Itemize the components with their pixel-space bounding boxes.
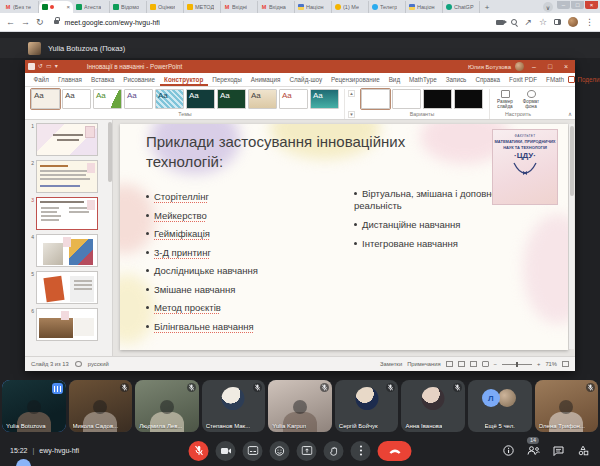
zoom-out-icon[interactable]: − [494,361,497,367]
ribbon-tab-record[interactable]: Запись [441,73,471,86]
ribbon-tab-help[interactable]: Справка [471,73,505,86]
ribbon-tab-transitions[interactable]: Переходы [208,73,247,86]
maximize-window-button[interactable]: □ [571,1,584,9]
tab-search-button[interactable]: ∨ [543,2,553,12]
qat-dropdown-icon[interactable]: ▾ [55,60,58,73]
slide-sorter-view-icon[interactable] [458,361,465,367]
camera-button[interactable] [216,441,236,461]
browser-menu-icon[interactable]: ⋮ [585,17,594,27]
browser-tab[interactable]: МЕТОД [184,1,221,13]
undo-button[interactable]: ↺ [38,60,43,73]
refresh-button[interactable]: ↻ [36,17,44,27]
browser-tab[interactable]: ChatGP [443,1,480,13]
theme-thumbnail[interactable]: Aa [310,89,339,109]
browser-tab[interactable]: Відомо [110,1,147,13]
address-bar[interactable]: meet.google.com/ewy-hvgu-hfi [65,19,491,26]
slide-thumbnail-panel[interactable]: 1 2 [25,120,113,356]
comments-toggle[interactable]: Примечания [407,361,440,367]
zoom-slider[interactable] [502,364,532,365]
people-button[interactable]: 14 [526,444,540,458]
browser-tab[interactable]: Націон [295,1,332,13]
activities-button[interactable] [576,444,590,458]
ribbon-tab-home[interactable]: Главная [53,73,86,86]
captions-button[interactable] [243,441,263,461]
slide-thumb-3-selected[interactable]: 3 [27,197,110,230]
chat-button[interactable] [551,444,565,458]
ribbon-tab-mathtype[interactable]: MathType [405,73,442,86]
ribbon-tab-review[interactable]: Рецензирование [327,73,385,86]
zoom-icon[interactable] [511,19,517,25]
ribbon-tab-animations[interactable]: Анимация [246,73,285,86]
share-button[interactable]: Поделиться [568,76,600,83]
forward-button[interactable]: → [21,17,30,27]
more-participants-tile[interactable]: Л Ещё 5 чел. [468,380,532,432]
account-avatar[interactable] [515,62,524,71]
thumbnail-scrollbar[interactable] [108,122,112,182]
slide-thumb-1[interactable]: 1 [27,123,110,156]
close-window-button[interactable]: × [585,1,598,9]
ribbon-tab-fmath[interactable]: FMath [542,73,569,86]
ribbon-tab-view[interactable]: Вид [384,73,404,86]
theme-thumbnail[interactable]: Aa [186,89,215,109]
accessibility-icon[interactable] [75,361,82,367]
end-call-button[interactable] [378,441,412,461]
participant-tile[interactable]: Степанов Мак... [202,380,266,432]
variant-thumbnail[interactable] [392,89,421,109]
side-panel-icon[interactable] [554,19,561,25]
slide-thumb-5[interactable]: 5 [27,271,110,304]
browser-tab[interactable]: MВхідні [221,1,258,13]
profile-avatar[interactable] [568,17,578,27]
slideshow-view-icon[interactable] [482,361,489,367]
raise-hand-button[interactable] [324,441,344,461]
ribbon-tab-insert[interactable]: Вставка [86,73,118,86]
slide-thumb-6[interactable]: 6 [27,308,110,341]
participant-tile[interactable]: Микола Садов... [69,380,133,432]
notes-toggle[interactable]: Заметки [380,361,402,367]
reading-view-icon[interactable] [470,361,477,367]
browser-tab[interactable]: M(Без те [2,1,39,13]
browser-tab[interactable]: Оцінки [147,1,184,13]
slide-canvas[interactable]: Приклади застосування інноваційних техно… [120,124,568,350]
theme-thumbnail[interactable]: Aa [124,89,153,109]
ppt-close-button[interactable]: × [560,63,572,70]
ppt-minimize-button[interactable]: – [528,63,540,70]
slide-thumb-4[interactable]: 4 [27,234,110,267]
mic-button-muted[interactable] [189,441,209,461]
browser-tab[interactable]: Атеста [73,1,110,13]
bookmark-star-icon[interactable]: ☆ [539,17,547,27]
browser-tab[interactable]: Телегр [369,1,406,13]
reactions-button[interactable] [270,441,290,461]
ribbon-tab-file[interactable]: Файл [29,73,53,86]
meeting-details-button[interactable] [501,444,515,458]
ribbon-tab-draw[interactable]: Рисование [119,73,160,86]
variant-thumbnail[interactable] [423,89,452,109]
participant-tile[interactable]: Yulia Karpun [268,380,332,432]
variant-thumbnail[interactable] [361,89,390,109]
theme-thumbnail[interactable]: Aa [279,89,308,109]
presenting-banner[interactable]: Yulia Botuzova (Показ) [0,38,600,58]
scroll-up-icon[interactable]: ▲ [348,90,355,97]
normal-view-icon[interactable] [446,361,453,367]
slideshow-button[interactable]: ▭ [46,60,52,73]
collapse-ribbon-icon[interactable]: ∧ [568,111,572,117]
scroll-down-icon[interactable]: ▼ [348,111,355,118]
participant-tile[interactable]: Yulia Botuzova [2,380,66,432]
theme-gallery-scroll[interactable]: ▲ ▼ [348,89,355,119]
participant-tile[interactable]: Олена Трифон... [535,380,599,432]
browser-tab[interactable]: (1) Ме [332,1,369,13]
participant-tile[interactable]: Сергій Бойчук [335,380,399,432]
browser-tab[interactable]: Націон [406,1,443,13]
ppt-restore-button[interactable]: □ [544,63,556,70]
present-button[interactable] [297,441,317,461]
back-button[interactable]: ← [6,17,15,27]
media-camera-icon[interactable] [496,20,504,25]
ribbon-tab-design[interactable]: Конструктор [160,73,208,86]
participant-tile[interactable]: Анна Іванова [401,380,465,432]
more-options-button[interactable] [351,441,371,461]
language-indicator[interactable]: русский [88,361,109,367]
zoom-in-icon[interactable]: + [537,361,540,367]
participant-tile[interactable]: Людмила Лев... [135,380,199,432]
new-tab-button[interactable]: + [482,2,492,12]
format-background-button[interactable]: Формат фона [519,89,543,109]
fit-slide-icon[interactable] [562,361,569,367]
